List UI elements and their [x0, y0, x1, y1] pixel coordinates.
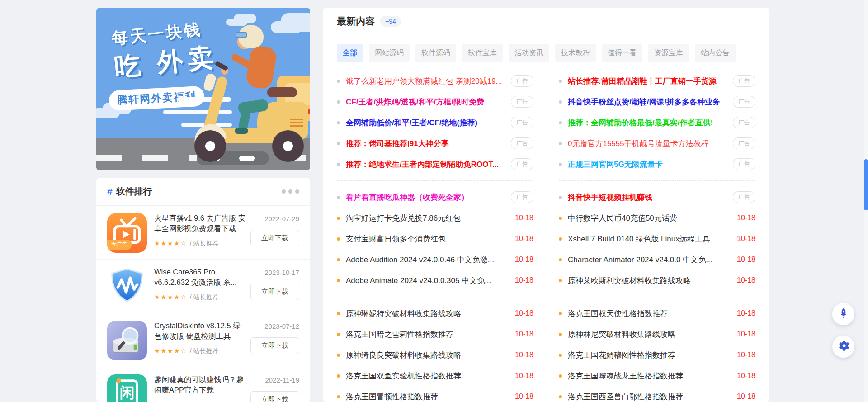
post-link[interactable]: 原神绮良良突破材料收集路线攻略 — [346, 350, 509, 360]
ad-link[interactable]: 正规三网官网5G无限流量卡 — [568, 159, 726, 170]
bullet-icon — [337, 312, 340, 315]
list-item: 正规三网官网5G无限流量卡广告 — [559, 154, 755, 175]
post-link[interactable]: 支付宝财富日领多个消费红包 — [346, 234, 509, 244]
bullet-icon — [559, 163, 562, 166]
bullet-icon — [337, 100, 340, 104]
bullet-icon — [337, 80, 340, 83]
ad-badge: 广告 — [511, 158, 533, 170]
download-button[interactable]: 立即下载 — [250, 337, 299, 354]
rocket-icon — [838, 307, 849, 321]
ad-link[interactable]: CF/王者/洪炸鸡/透视/和平/方框/限时免费 — [346, 97, 505, 107]
bullet-icon — [337, 163, 340, 166]
tab-7[interactable]: 资源宝库 — [648, 44, 689, 62]
post-link[interactable]: 洛克王国噬魂战龙王性格指数推荐 — [568, 371, 731, 381]
mars-tv-icon[interactable]: 无广告 — [107, 213, 147, 253]
ad-link[interactable]: 抖音快手粉丝点赞/潮鞋/网课/拼多多各种业务 — [568, 97, 726, 107]
post-link[interactable]: 洛克王国暗之雪莉性格指数推荐 — [346, 329, 509, 340]
ad-link[interactable]: 全网辅助低价/和平/王者/CF/绝地(推荐) — [346, 118, 505, 128]
app-date: 2023-07-12 — [264, 322, 299, 330]
tab-all[interactable]: 全部 — [337, 44, 363, 62]
tab-3[interactable]: 软件宝库 — [462, 44, 503, 62]
post-link[interactable]: 洛克王国权天使性格指数推荐 — [568, 308, 731, 319]
ad-link[interactable]: 饿了么新老用户领大额满减红包 亲测20减19... — [346, 76, 505, 86]
ad-badge: 广告 — [511, 75, 533, 87]
news-column-left: 饿了么新老用户领大额满减红包 亲测20减19...广告CF/王者/洪炸鸡/透视/… — [337, 71, 533, 402]
bullet-icon — [559, 196, 562, 199]
post-link[interactable]: 洛克王国花婿穆图性格指数推荐 — [568, 350, 731, 360]
ad-link[interactable]: 0元撸官方15555手机靓号流量卡方法教程 — [568, 138, 726, 149]
wise-shield-icon[interactable] — [107, 267, 147, 307]
post-date: 10-18 — [737, 351, 755, 359]
list-item: 洛克王国花婿穆图性格指数推荐10-18 — [559, 345, 755, 365]
app-title-link[interactable]: Wise Care365 Pro v6.6.2.632 免激活版 系... — [154, 267, 246, 288]
scrollbar-thumb[interactable] — [864, 159, 868, 210]
download-button[interactable]: 立即下载 — [250, 391, 299, 402]
bullet-icon — [337, 142, 340, 145]
app-title-link[interactable]: CrystalDiskInfo v8.12.5 绿色修改版 硬盘检测工具 — [154, 321, 246, 342]
post-date: 10-18 — [515, 351, 533, 359]
post-link[interactable]: 中行数字人民币40充值50元话费 — [568, 213, 731, 223]
crystal-disk-icon[interactable] — [107, 321, 147, 360]
ranking-title: 软件排行 — [116, 185, 152, 198]
bullet-icon — [559, 237, 562, 241]
bullet-icon — [337, 196, 340, 199]
promo-banner[interactable]: 每天一块钱 吃 外卖 腾轩网外卖福利 — [96, 8, 310, 170]
ad-link[interactable]: 推荐：佬司基推荐|91大神分享 — [346, 138, 505, 149]
ad-badge: 广告 — [511, 137, 533, 149]
post-date: 10-18 — [515, 214, 533, 222]
post-link[interactable]: 原神林尼突破材料收集路线攻略 — [568, 329, 731, 340]
scrollbar-track[interactable] — [864, 0, 868, 402]
post-date: 10-18 — [737, 235, 755, 243]
post-link[interactable]: Adobe Animate 2024 v24.0.0.305 中文免... — [346, 275, 509, 286]
xianzhuan-icon[interactable]: 闲简单·赚钱 — [107, 374, 147, 402]
tab-8[interactable]: 站内公告 — [695, 44, 736, 62]
left-sidebar: 每天一块钱 吃 外卖 腾轩网外卖福利 # — [96, 8, 310, 402]
post-link[interactable]: Character Animator 2024 v24.0.0 中文免... — [568, 255, 731, 265]
list-item: 推荐：全网辅助价格最低/最真实/作者直供!广告 — [559, 112, 755, 133]
post-link[interactable]: 洛克王国双鱼实验机性格指数推荐 — [346, 371, 509, 381]
ad-link[interactable]: 看片看直播吃瓜神器（收费死全家） — [346, 192, 505, 203]
post-link[interactable]: Xshell 7 Build 0140 绿色版 Linux远程工具 — [568, 234, 731, 244]
ad-badge: 广告 — [733, 75, 755, 87]
list-item: 原神莱欧斯利突破材料收集路线攻略10-18 — [559, 270, 755, 291]
post-link[interactable]: 原神琳妮特突破材料收集路线攻略 — [346, 308, 509, 319]
tab-1[interactable]: 网站源码 — [369, 44, 410, 62]
post-link[interactable]: Adobe Audition 2024 v24.0.0.46 中文免激... — [346, 255, 509, 265]
post-link[interactable]: 洛克王国冒顿性格指数推荐 — [346, 392, 509, 402]
app-date: 2022-07-29 — [264, 215, 299, 222]
tab-5[interactable]: 技术教程 — [555, 44, 596, 62]
post-date: 10-18 — [515, 235, 533, 243]
post-date: 10-18 — [737, 309, 755, 317]
tab-6[interactable]: 值得一看 — [602, 44, 642, 62]
app-title-link[interactable]: 趣闲赚真的可以赚钱吗？趣闲赚APP官方下载 — [154, 374, 246, 396]
section-divider — [559, 180, 755, 181]
bullet-icon — [337, 258, 340, 261]
ad-link[interactable]: 站长推荐:莆田精品潮鞋丨工厂直销一手货源 — [568, 76, 726, 86]
tab-2[interactable]: 软件源码 — [415, 44, 456, 62]
ad-link[interactable]: 推荐：绝地求生/王者内部定制辅助免ROOT... — [346, 159, 505, 170]
back-to-top-button[interactable] — [832, 303, 854, 325]
ad-link[interactable]: 抖音快手短视频挂机赚钱 — [568, 192, 726, 203]
ellipsis-icon[interactable] — [282, 189, 299, 194]
list-item: 原神林尼突破材料收集路线攻略10-18 — [559, 324, 755, 345]
bullet-icon — [559, 121, 562, 124]
ad-link[interactable]: 推荐：全网辅助价格最低/最真实/作者直供! — [568, 118, 726, 128]
post-link[interactable]: 淘宝好运打卡免费兑换7.86元红包 — [346, 213, 509, 223]
post-date: 10-18 — [515, 330, 533, 338]
download-button[interactable]: 立即下载 — [250, 284, 299, 300]
list-item: 饿了么新老用户领大额满减红包 亲测20减19...广告 — [337, 71, 533, 91]
list-item: 看片看直播吃瓜神器（收费死全家）广告 — [337, 187, 533, 208]
rear-wheel-graphic — [272, 130, 304, 162]
settings-button[interactable] — [832, 336, 854, 358]
post-link[interactable]: 原神莱欧斯利突破材料收集路线攻略 — [568, 275, 731, 286]
post-date: 10-18 — [737, 255, 755, 264]
bullet-icon — [337, 279, 340, 282]
tab-4[interactable]: 活动资讯 — [509, 44, 549, 62]
app-title-link[interactable]: 火星直播v1.9.6 去广告版 安卓全网影视免费观看下载 — [154, 213, 246, 234]
download-button[interactable]: 立即下载 — [250, 230, 299, 246]
bullet-icon — [559, 354, 562, 357]
post-link[interactable]: 洛克王国西圣兽白鄂性格指数推荐 — [568, 392, 731, 402]
post-date: 10-18 — [515, 276, 533, 284]
list-item: 洛克王国冒顿性格指数推荐10-18 — [337, 386, 533, 402]
news-column-right: 站长推荐:莆田精品潮鞋丨工厂直销一手货源广告抖音快手粉丝点赞/潮鞋/网课/拼多多… — [559, 71, 755, 402]
